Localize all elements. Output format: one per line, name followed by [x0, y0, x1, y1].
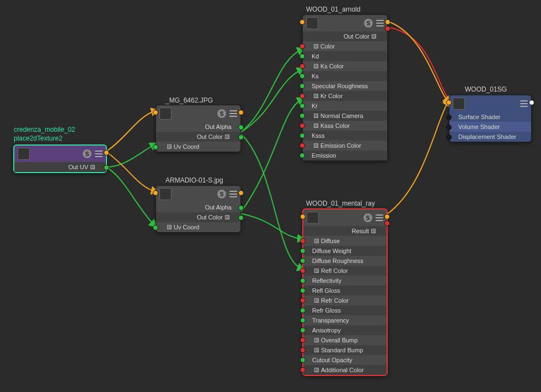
- input-port[interactable]: [299, 44, 305, 49]
- output-row[interactable]: Out UV ⊞: [14, 162, 106, 172]
- expand-icon[interactable]: ⊞: [314, 298, 319, 303]
- input-port[interactable]: [299, 153, 305, 158]
- input-row[interactable]: Kd: [303, 51, 387, 61]
- expand-icon[interactable]: ⊞: [225, 135, 229, 139]
- menu-icon[interactable]: [376, 214, 383, 221]
- header-out-port[interactable]: [238, 190, 244, 196]
- input-port[interactable]: [153, 144, 158, 150]
- output-row[interactable]: Out Color⊞: [156, 132, 240, 142]
- input-port[interactable]: [299, 113, 305, 119]
- input-row[interactable]: ⊞Uv Coord: [156, 222, 240, 232]
- output-row[interactable]: Out Color⊞: [156, 212, 240, 222]
- input-row[interactable]: Refr Gloss: [303, 305, 387, 315]
- input-port[interactable]: [446, 125, 452, 130]
- input-port[interactable]: [299, 93, 305, 99]
- output-row[interactable]: Out Alpha: [156, 122, 240, 132]
- expand-icon[interactable]: ⊞: [314, 269, 319, 273]
- input-row[interactable]: Reflectivity: [303, 276, 387, 286]
- expand-icon[interactable]: ⊞: [314, 64, 318, 68]
- output-port[interactable]: [238, 125, 244, 130]
- node-header[interactable]: S: [14, 146, 106, 162]
- input-row[interactable]: Diffuse Roughness: [303, 256, 387, 266]
- node-texture-file-1[interactable]: S Out Alpha Out Color⊞ ⊞Uv Coord: [156, 105, 241, 152]
- input-port[interactable]: [299, 63, 305, 69]
- input-port[interactable]: [299, 103, 305, 109]
- node-header[interactable]: S: [303, 15, 387, 31]
- expand-icon[interactable]: ⊞: [314, 338, 319, 342]
- input-row[interactable]: Refl Gloss: [303, 286, 387, 296]
- expand-icon[interactable]: ⊞: [314, 123, 318, 128]
- header-in-port[interactable]: [446, 100, 452, 105]
- expand-icon[interactable]: ⊞: [314, 368, 319, 372]
- input-row[interactable]: Ks: [303, 71, 387, 81]
- input-port[interactable]: [153, 225, 158, 230]
- input-row[interactable]: Kr: [303, 101, 387, 111]
- input-port[interactable]: [299, 143, 305, 148]
- menu-icon[interactable]: [520, 100, 528, 107]
- input-row[interactable]: Specular Roughness: [303, 81, 387, 91]
- expand-icon[interactable]: ⊞: [167, 225, 172, 229]
- output-port[interactable]: [238, 205, 244, 211]
- input-port[interactable]: [299, 123, 305, 128]
- input-row[interactable]: ⊞Uv Coord: [156, 142, 240, 152]
- input-port[interactable]: [300, 337, 306, 343]
- header-in-port[interactable]: [299, 19, 305, 25]
- input-port[interactable]: [300, 367, 306, 373]
- node-texture-file-2[interactable]: S Out Alpha Out Color⊞ ⊞Uv Coord: [156, 185, 241, 233]
- node-header[interactable]: [449, 95, 531, 112]
- input-row[interactable]: Surface Shader: [449, 112, 531, 122]
- input-port[interactable]: [300, 308, 306, 313]
- input-row[interactable]: Displacement Shader: [449, 132, 531, 142]
- output-port[interactable]: [238, 215, 244, 221]
- expand-icon[interactable]: ⊞: [371, 229, 376, 233]
- node-place2dtexture[interactable]: S Out UV ⊞: [13, 144, 107, 173]
- input-row[interactable]: ⊞Kr Color: [303, 91, 387, 101]
- header-in-port[interactable]: [153, 110, 158, 115]
- output-row[interactable]: Result⊞: [303, 226, 387, 236]
- input-row[interactable]: Transparency: [303, 315, 387, 325]
- output-port[interactable]: [238, 135, 244, 140]
- expand-icon[interactable]: ⊞: [314, 94, 318, 98]
- expand-icon[interactable]: ⊞: [314, 348, 319, 352]
- node-header[interactable]: S: [156, 105, 240, 122]
- input-port[interactable]: [299, 83, 305, 89]
- output-row[interactable]: Out Color⊞: [303, 31, 387, 41]
- input-port[interactable]: [299, 73, 305, 79]
- menu-icon[interactable]: [229, 191, 237, 197]
- header-in-port[interactable]: [153, 190, 158, 196]
- input-row[interactable]: ⊞Diffuse: [303, 236, 387, 246]
- input-port[interactable]: [300, 327, 306, 333]
- input-row[interactable]: Emission: [303, 151, 387, 160]
- header-out-port[interactable]: [238, 110, 244, 115]
- menu-icon[interactable]: [376, 20, 384, 26]
- expand-icon[interactable]: ⊞: [90, 165, 95, 169]
- node-header[interactable]: S: [156, 186, 240, 202]
- input-row[interactable]: ⊞Color: [303, 41, 387, 51]
- input-port[interactable]: [299, 53, 305, 59]
- input-row[interactable]: ⊞Ksss Color: [303, 121, 387, 131]
- output-port[interactable]: [104, 165, 109, 170]
- input-port[interactable]: [300, 347, 306, 353]
- input-port[interactable]: [446, 135, 452, 140]
- input-row[interactable]: ⊞Emission Color: [303, 141, 387, 151]
- input-port[interactable]: [300, 248, 306, 254]
- expand-icon[interactable]: ⊞: [167, 144, 172, 149]
- input-port[interactable]: [446, 115, 452, 120]
- node-shading-group[interactable]: Surface Shader Volume Shader Displacemen…: [449, 95, 532, 142]
- input-port[interactable]: [299, 133, 305, 138]
- header-out-port[interactable]: [384, 214, 390, 219]
- input-port[interactable]: [300, 357, 306, 363]
- input-row[interactable]: Ksss: [303, 131, 387, 141]
- input-row[interactable]: ⊞Refr Color: [303, 296, 387, 305]
- header-in-port[interactable]: [300, 214, 306, 219]
- input-row[interactable]: Anisotropy: [303, 325, 387, 335]
- header-out-port[interactable]: [104, 150, 109, 155]
- menu-icon[interactable]: [95, 151, 103, 157]
- input-row[interactable]: Volume Shader: [449, 122, 531, 132]
- output-port[interactable]: [385, 26, 390, 31]
- header-out-port[interactable]: [529, 100, 534, 105]
- output-row[interactable]: Out Alpha: [156, 202, 240, 212]
- input-row[interactable]: ⊞Ks Color: [303, 61, 387, 71]
- header-out-port[interactable]: [385, 19, 390, 25]
- input-port[interactable]: [300, 258, 306, 264]
